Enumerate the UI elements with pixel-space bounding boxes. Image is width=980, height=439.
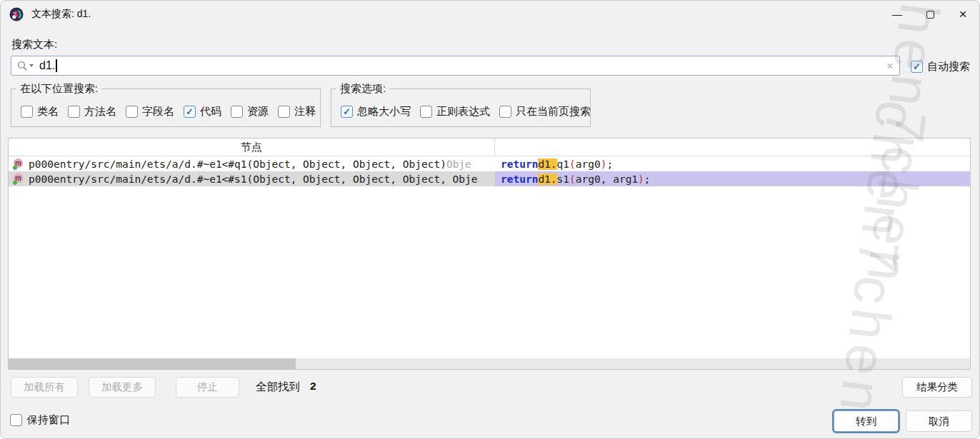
checkbox-box[interactable]: ✓ [278,106,290,118]
options-group-legend: 搜索选项: [336,82,389,96]
search-options-caret-icon [29,64,34,67]
checkbox-box[interactable]: ✓ [420,106,432,118]
node-path-suffix: Obje [446,158,471,170]
search-text-label: 搜索文本: [11,38,57,51]
search-input-value: d1. [39,59,55,72]
code-token: ; [644,173,651,185]
auto-search-checkbox[interactable]: ✓ 自动搜索 [911,60,970,74]
node-cell[interactable]: m p000entry/src/main/ets/a/d.#~e1<#s1(Ob… [9,171,495,186]
checkbox-field-name[interactable]: ✓ 字段名 [126,105,174,118]
checkbox-box[interactable]: ✓ [184,106,196,118]
checkbox-box[interactable]: ✓ [126,106,138,118]
cancel-button[interactable]: 取消 [906,410,972,432]
checkbox-box[interactable]: ✓ [231,106,243,118]
scope-group-legend: 在以下位置搜索: [16,82,101,96]
checkbox-box[interactable]: ✓ [341,106,353,118]
checkbox-regex[interactable]: ✓ 正则表达式 [420,105,490,118]
code-token: arg0 [576,158,601,170]
horizontal-scrollbar-thumb[interactable] [9,358,296,369]
node-path: p000entry/src/main/ets/a/d.#~e1<#s1(Obje… [29,173,478,185]
checkbox-label: 类名 [37,105,59,118]
found-label: 全部找到 [256,380,300,395]
code-token: d1. [538,158,556,170]
maximize-square-icon [926,11,934,19]
checkbox-code[interactable]: ✓ 代码 [184,105,221,118]
checkbox-ignore-case[interactable]: ✓ 忽略大小写 [341,105,411,118]
result-row[interactable]: m p000entry/src/main/ets/a/d.#~e1<#q1(Ob… [9,156,970,171]
close-button[interactable]: × [946,1,979,28]
results-summary: 全部找到 2 [256,380,316,395]
window-title: 文本搜索: d1. [31,8,91,21]
code-token: ) [638,173,644,185]
app-logo-icon [9,7,24,21]
checkbox-box[interactable]: ✓ [68,106,80,118]
node-column-header[interactable]: 节点 [9,138,495,156]
method-icon: m [13,158,24,170]
keep-window-checkbox-box[interactable]: ✓ [10,414,22,426]
maximize-button[interactable] [914,1,946,28]
code-token: ( [569,173,576,185]
code-column-header[interactable] [495,138,970,156]
search-scope-group: 在以下位置搜索: ✓ 类名 ✓ 方法名 ✓ 字段名 ✓ 代码 ✓ 资源 [11,89,321,127]
search-input[interactable]: d1. × [11,56,900,76]
load-more-button[interactable]: 加载更多 [89,377,156,398]
code-token: d1. [538,173,556,185]
code-token: q1 [557,158,569,170]
auto-search-checkbox-box[interactable]: ✓ [911,61,923,73]
load-all-button[interactable]: 加载所有 [11,377,78,398]
checkbox-box[interactable]: ✓ [499,106,511,118]
code-token: return [501,158,538,170]
code-token: arg0, arg1 [576,173,638,185]
checkbox-class-name[interactable]: ✓ 类名 [21,105,59,118]
search-options-group: 搜索选项: ✓ 忽略大小写 ✓ 正则表达式 ✓ 只在当前页搜索 [331,89,591,127]
found-count: 2 [310,380,316,395]
public-modifier-dot-icon [13,166,17,170]
clear-search-icon[interactable]: × [886,60,894,72]
public-modifier-dot-icon [13,181,17,185]
code-preview-cell[interactable]: return d1.s1(arg0, arg1); [495,171,970,186]
code-token: s1 [557,173,569,185]
code-token: return [501,173,538,185]
search-icon [17,61,28,71]
stop-button[interactable]: 停止 [176,377,239,398]
window-controls: — × [881,1,979,28]
checkbox-comments[interactable]: ✓ 注释 [278,105,316,118]
code-token: ) [601,158,607,170]
text-cursor [56,59,57,72]
keep-window-checkbox[interactable]: ✓ 保持窗口 [10,413,70,427]
checkbox-label: 忽略大小写 [357,105,411,118]
checkbox-box[interactable]: ✓ [21,106,33,118]
results-table-header: 节点 [9,138,970,156]
results-table: 节点 m p000entry/src/main/ets/a/d.#~e1<#q1… [8,138,971,370]
node-path: p000entry/src/main/ets/a/d.#~e1<#q1(Obje… [29,158,446,170]
checkbox-label: 只在当前页搜索 [516,105,591,118]
horizontal-scrollbar[interactable] [9,358,970,369]
search-magnifier-dropdown[interactable] [17,61,34,71]
checkbox-current-page-only[interactable]: ✓ 只在当前页搜索 [499,105,591,118]
auto-search-label: 自动搜索 [927,60,970,74]
node-cell[interactable]: m p000entry/src/main/ets/a/d.#~e1<#q1(Ob… [9,156,495,171]
method-icon: m [13,173,24,185]
title-bar[interactable]: 文本搜索: d1. — × [1,1,979,28]
code-preview-cell[interactable]: return d1.q1(arg0); [495,156,970,171]
checkbox-label: 代码 [200,105,221,118]
keep-window-label: 保持窗口 [27,413,70,427]
checkbox-resources[interactable]: ✓ 资源 [231,105,269,118]
checkbox-label: 正则表达式 [436,105,490,118]
checkbox-label: 方法名 [84,105,116,118]
minimize-button[interactable]: — [881,1,914,28]
result-classify-button[interactable]: 结果分类 [902,377,972,398]
text-search-dialog: 文本搜索: d1. — × 搜索文本: d1. × ✓ 自动搜索 在以下位置搜索… [0,0,980,439]
code-token: ( [569,158,576,170]
checkbox-label: 注释 [294,105,316,118]
checkbox-method-name[interactable]: ✓ 方法名 [68,105,116,118]
code-token: ; [606,158,613,170]
checkbox-label: 字段名 [142,105,174,118]
checkbox-label: 资源 [247,105,269,118]
goto-button[interactable]: 转到 [834,410,899,432]
result-row[interactable]: m p000entry/src/main/ets/a/d.#~e1<#s1(Ob… [9,171,970,186]
